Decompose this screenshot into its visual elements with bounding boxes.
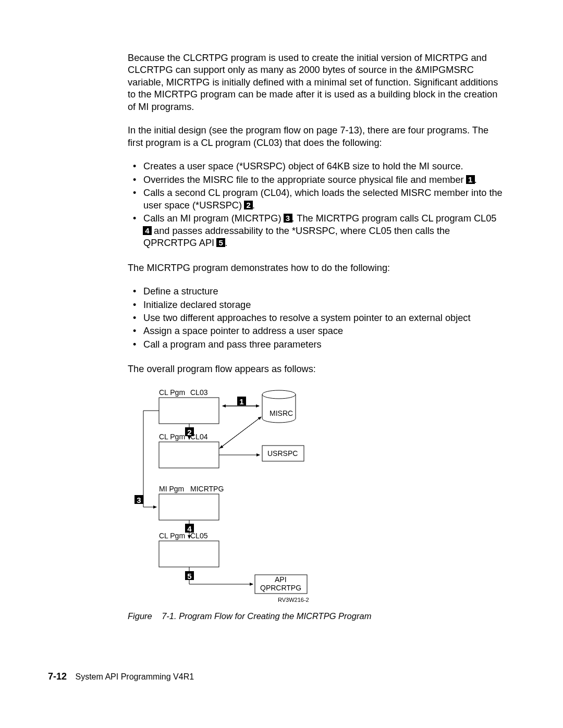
- cl03-label-right: CL03: [190, 388, 208, 397]
- diagram-callout-5-text: 5: [187, 571, 191, 580]
- diagram-callout-3-text: 3: [137, 495, 141, 504]
- callout-1-icon: 1: [466, 175, 475, 184]
- list-2: Define a structure Initialize declared s…: [128, 286, 506, 351]
- cl04-label-left: CL Pgm: [159, 433, 185, 441]
- list-1: Creates a user space (*USRSPC) object of…: [128, 161, 506, 249]
- diagram-callout-4-text: 4: [187, 524, 192, 533]
- figure-caption: Figure 7-1. Program Flow for Creating th…: [128, 611, 506, 621]
- micrtpg-label-right: MICRTPG: [190, 485, 224, 493]
- list1-i2-text: Overrides the MISRC file to the appropri…: [143, 175, 464, 185]
- callout-4-icon: 4: [143, 226, 152, 235]
- callout-3-icon: 3: [284, 214, 292, 223]
- period: .: [225, 238, 227, 248]
- caption-number: 7-1.: [162, 611, 176, 621]
- micrtpg-box: [159, 494, 219, 520]
- list1-i4b-text: . The MICRTPG program calls CL program C…: [292, 213, 497, 224]
- usrspc-label: USRSPC: [267, 449, 298, 458]
- page-footer: 7-12 System API Programming V4R1: [48, 671, 194, 682]
- callout-2-icon: 2: [244, 201, 253, 209]
- period: .: [252, 200, 255, 211]
- caption-figure-word: Figure: [128, 611, 152, 621]
- api-label-2: QPRCRTPG: [260, 584, 301, 592]
- cl04-box: [159, 442, 219, 468]
- footer-title: System API Programming V4R1: [75, 672, 194, 681]
- diagram-callout-2-text: 2: [187, 427, 191, 436]
- diagram-callout-1-text: 1: [239, 397, 243, 405]
- period: .: [474, 175, 477, 185]
- micrtpg-label-left: MI Pgm: [159, 485, 184, 493]
- list2-item-5: Call a program and pass three parameters: [140, 339, 506, 351]
- cl03-label-left: CL Pgm: [159, 388, 185, 397]
- list2-item-1: Define a structure: [140, 286, 506, 298]
- figure-diagram: CL Pgm CL03 MISRC 1 CL Pgm CL04: [128, 387, 506, 621]
- arrow-misrc-cl04: [220, 417, 261, 448]
- cl05-box: [159, 541, 219, 567]
- list2-item-2: Initialize declared storage: [140, 299, 506, 311]
- list1-i4c-text: and passes addressability to the *USRSPC…: [143, 226, 450, 248]
- page-number: 7-12: [48, 671, 67, 682]
- cl05-label-right: CL05: [190, 532, 208, 540]
- cl03-box: [159, 398, 219, 424]
- cl05-label-left: CL Pgm: [159, 532, 185, 540]
- page-content: Because the CLCRTPG program is used to c…: [0, 0, 563, 653]
- paragraph-3: The MICRTPG program demonstrates how to …: [128, 262, 506, 274]
- diagram-rv-label: RV3W216-2: [278, 597, 309, 603]
- list2-item-3: Use two different approaches to resolve …: [140, 312, 506, 324]
- misrc-cylinder: MISRC: [262, 390, 296, 423]
- callout-5-icon: 5: [216, 238, 225, 247]
- caption-text: Program Flow for Creating the MICRTPG Pr…: [179, 611, 371, 621]
- list1-i4a-text: Calls an MI program (MICRTPG): [143, 213, 281, 224]
- list2-item-4: Assign a space pointer to address a user…: [140, 325, 506, 337]
- paragraph-1: Because the CLCRTPG program is used to c…: [128, 52, 506, 113]
- program-flow-diagram: CL Pgm CL03 MISRC 1 CL Pgm CL04: [128, 387, 347, 606]
- api-label-1: API: [275, 575, 287, 584]
- list1-i3-text: Calls a second CL program (CL04), which …: [143, 188, 503, 210]
- list1-item-3: Calls a second CL program (CL04), which …: [140, 187, 506, 212]
- list1-item-1: Creates a user space (*USRSPC) object of…: [140, 161, 506, 172]
- list1-item-4: Calls an MI program (MICRTPG) 3. The MIC…: [140, 213, 506, 249]
- paragraph-4: The overall program flow appears as foll…: [128, 363, 506, 375]
- list1-item-2: Overrides the MISRC file to the appropri…: [140, 174, 506, 186]
- misrc-label: MISRC: [270, 409, 293, 417]
- svg-point-0: [262, 390, 296, 399]
- paragraph-2: In the initial design (see the program f…: [128, 125, 506, 149]
